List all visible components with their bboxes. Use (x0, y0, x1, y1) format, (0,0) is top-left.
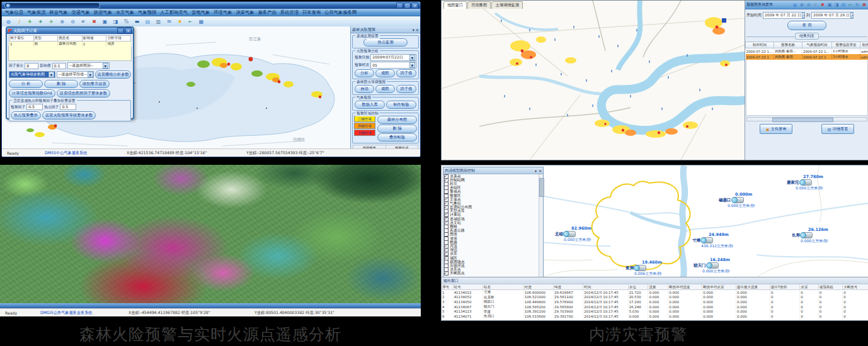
flood-city-map[interactable] (442, 1, 745, 160)
output-table-row[interactable]: 641134071鱼洞口106.51560029.3817002014/12/3… (442, 314, 868, 319)
analyze-button[interactable]: 分 析 (9, 80, 43, 88)
pan-hand-icon[interactable]: ☛ (79, 18, 88, 25)
result-table-row[interactable]: 2009-07-22 1...风险图-暴雨...2009-07-22 1...1… (746, 48, 868, 55)
system-name-link[interactable]: DMGIS公共气象服务业务系统 (40, 310, 128, 316)
set-fire-level-button[interactable]: 设置火险预警等级整体参数 (42, 111, 96, 120)
output-table-row[interactable]: 441134067朝天门106.58520029.5658002014/12/3… (442, 304, 868, 310)
forest-map-button[interactable]: 森林分布图 (377, 116, 417, 124)
factor-table-row[interactable]: 1面森林分布图1地类 (9, 42, 131, 47)
result-table-row[interactable]: 2009-07-22 1风险图-暴雨2009-07-22 13小时降水admin (746, 54, 868, 60)
fire-app-title-tab[interactable] (4, 3, 100, 9)
identify-icon[interactable]: % (122, 18, 130, 25)
system-name-link[interactable]: DMSS中心气象服务系统 (45, 150, 127, 156)
output-table-row[interactable]: 141134012寸滩106.60000029.6166672014/12/3 … (442, 290, 868, 295)
fire-factor-dialog-titlebar[interactable]: 火险因子计算 –✕ (7, 28, 133, 34)
end-date-select[interactable]: 2009 年 07 月 29 日▼ (811, 12, 854, 19)
pin-icon[interactable]: ▾ (413, 28, 414, 32)
output-table-row[interactable]: 541134123李渡106.39110029.7039002014/12/3 … (442, 309, 868, 314)
set-raster-params-button[interactable]: 设置栅格分析参数 (95, 70, 131, 79)
tab-1[interactable]: 日雨量图 (467, 1, 491, 9)
verify-button[interactable]: 制作检验 (386, 101, 416, 109)
hydrology-map[interactable]: 27.780m唐家沱0.000立方米/秒0.000m磁器口0.000立方米/秒8… (442, 165, 868, 277)
set-comprehensive-button[interactable]: 设置综合图层因子整体参数 (57, 89, 111, 98)
menu-item-11[interactable]: 服务产品 (258, 9, 277, 16)
full-extent-icon[interactable]: ▣ (101, 18, 109, 25)
fly-down-icon[interactable]: ✈ (47, 18, 55, 25)
menu-item-14[interactable]: 公共气象服务网 (324, 9, 357, 16)
menu-item-5[interactable]: 水文气象 (116, 9, 134, 16)
menu-item-3[interactable]: 交通气象 (72, 9, 90, 16)
level-display-button[interactable]: 级别显示设置 (79, 80, 110, 88)
pan-hand-icon[interactable]: ☛ (813, 2, 819, 8)
fly-to-icon[interactable]: ✈ (26, 18, 34, 25)
output-table-row[interactable]: 241134052化龙桥106.52100029.5611002014/12/3… (442, 295, 868, 300)
menu-item-12[interactable]: 系统管理 (280, 9, 299, 16)
draw2-button[interactable]: 成图 (375, 85, 395, 93)
station-marker-0[interactable]: 27.780m唐家沱0.000立方米/秒 (787, 174, 823, 191)
hotspot-overlay-button[interactable]: 热点预警叠加 (11, 111, 41, 120)
globe-icon[interactable]: ◍ (792, 2, 798, 8)
station-marker-3[interactable]: 24.949m寸滩436.312立方米/秒 (692, 232, 733, 249)
window-icon[interactable]: ◨ (833, 2, 840, 8)
previous-view-icon[interactable]: ◨ (111, 18, 120, 25)
remote-sensing-image[interactable] (0, 165, 421, 303)
menu-item-1[interactable]: 气象实况 (27, 9, 45, 16)
dialog-close-button[interactable]: ✕ (125, 28, 132, 34)
layer-checkbox[interactable] (444, 271, 448, 276)
start-date-select[interactable]: 2009 年 07 月 22 日▼ (763, 12, 805, 19)
pin-icon[interactable]: ♦ (176, 18, 184, 25)
weight-input[interactable]: 0.1 (52, 63, 66, 69)
menu-item-0[interactable]: 气象信息 (5, 9, 23, 16)
stop-icon[interactable]: ✖ (819, 2, 826, 8)
station-output-table[interactable]: 序号站号站名经度纬度时间水位流量断面平均流速断面平均水深超出最大流量超出T面积水… (442, 284, 868, 319)
station-marker-2[interactable]: 82.960m北碚0.000立方米/秒 (555, 226, 591, 243)
zoom-out-icon[interactable]: ⊖ (806, 2, 812, 8)
minimize-button[interactable]: – (396, 3, 403, 9)
menu-item-6[interactable]: 气象预报 (138, 9, 156, 16)
flat-map-icon[interactable]: ▬ (133, 18, 141, 25)
delete-button[interactable]: 删 除 (44, 80, 78, 88)
back-arrow-icon[interactable]: ← (847, 2, 854, 8)
detail-view-button[interactable]: ▤详情查看 (821, 124, 854, 134)
full-extent-icon[interactable]: ▣ (826, 2, 833, 8)
back-arrow-icon[interactable]: ← (186, 18, 195, 25)
close-button[interactable]: ✕ (411, 3, 418, 9)
menu-item-13[interactable]: 日常发布 (302, 9, 321, 16)
zoom-out-icon[interactable]: ⊖ (69, 18, 77, 25)
output-table-row[interactable]: 341134050磁器口106.44980029.5769002014/12/3… (442, 299, 868, 304)
factor-table[interactable]: 因子索引类型图层名影响值分析字段1面森林分布图1地类 (9, 35, 131, 47)
station-marker-1[interactable]: 0.000m磁器口0.000立方米/秒 (719, 192, 755, 209)
panel-analyze-button[interactable]: 分析 (355, 69, 374, 77)
tab-0[interactable]: 地图窗口 (443, 1, 467, 9)
layer-select[interactable]: --请选择图层--▼ (67, 62, 110, 69)
panel-draw-button[interactable]: 成图 (375, 69, 395, 77)
hotspot-factor-input[interactable]: 0.5 (60, 104, 76, 110)
layer-item-25[interactable]: 大断面点 (444, 272, 539, 276)
refresh-icon[interactable]: ↻ (854, 2, 860, 8)
zoom-in-icon[interactable]: ⊕ (799, 2, 805, 8)
overlay-check-button[interactable]: 叠加检验 (377, 133, 417, 142)
menu-item-4[interactable]: 旅游气象 (94, 9, 112, 16)
station-marker-4[interactable]: 26.126m长寿0.000立方米/秒 (792, 227, 828, 244)
query-button[interactable]: 查 询 (787, 21, 826, 30)
globe-icon[interactable]: ◍ (4, 18, 13, 25)
warn-time-select[interactable]: 05▼ (370, 62, 416, 69)
tab-2[interactable]: 土壤墒情监测 (491, 1, 523, 9)
file-publish-button[interactable]: ▣文件发布 (760, 124, 792, 134)
auto-button[interactable]: 自动 (355, 85, 374, 93)
menu-item-7[interactable]: 人工影响天气 (160, 9, 188, 16)
panel-close-icon[interactable]: ✕ (416, 28, 419, 32)
print-icon[interactable]: ▥ (154, 18, 163, 25)
warning-factor-input[interactable]: 0.5 (26, 104, 43, 110)
image-map-icon[interactable]: ▤ (840, 2, 847, 8)
measure-ruler-icon[interactable]: ∕ (15, 18, 23, 25)
mail-icon[interactable]: ✉ (165, 18, 173, 25)
dialog-minimize-button[interactable]: – (117, 28, 124, 34)
menu-item-10[interactable]: 决策气象 (236, 9, 254, 16)
hotspot-monitor-button[interactable]: 热点监测 (363, 38, 408, 47)
warning-result-table[interactable]: 制作时间预警名称气象预报时间预警信息类型制作人2009-07-22 1...风险… (745, 42, 868, 60)
stop-icon[interactable]: ✖ (90, 18, 98, 25)
close-icon[interactable]: ✖ (861, 2, 867, 8)
menu-item-2[interactable]: 林业气象 (49, 9, 67, 16)
fire-risk-map[interactable]: 垫江县长寿县涪陵区 火险因子计算 –✕ 因子索引类型图层名影响值分析字段1面森林… (2, 26, 350, 149)
